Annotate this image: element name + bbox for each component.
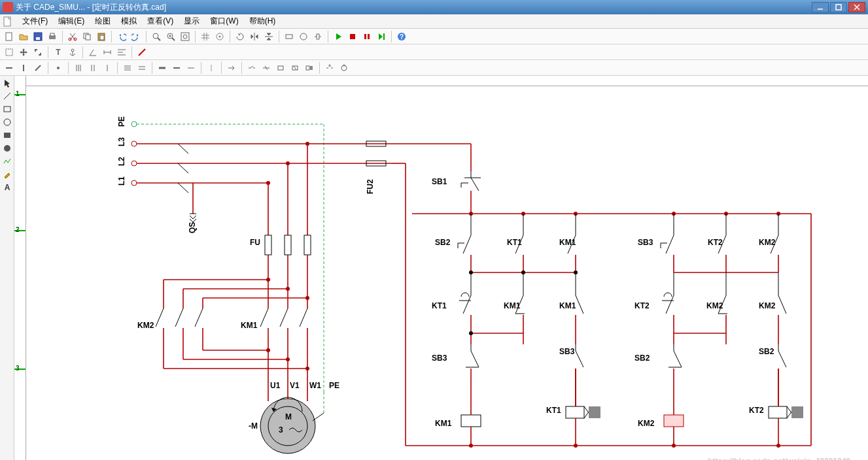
stop-icon[interactable] (346, 30, 359, 43)
pointer-icon[interactable] (1, 77, 13, 89)
component-a-icon[interactable] (283, 30, 296, 43)
zoom-icon[interactable] (150, 30, 163, 43)
sym-med-icon[interactable] (170, 61, 183, 74)
svg-line-124 (260, 308, 268, 327)
menu-edit[interactable]: 编辑(E) (53, 14, 90, 28)
help-icon[interactable]: ? (395, 30, 408, 43)
redo-icon[interactable] (130, 30, 143, 43)
sym-coil-icon[interactable] (274, 61, 287, 74)
pen-icon[interactable] (1, 169, 13, 180)
fillcircle-icon[interactable] (1, 142, 13, 154)
text-icon[interactable]: T (52, 46, 65, 59)
move-icon[interactable] (17, 46, 30, 59)
sym-bars2-icon[interactable] (86, 61, 99, 74)
app-icon (3, 2, 13, 12)
svg-point-93 (131, 161, 137, 166)
select-rect-icon[interactable] (3, 46, 16, 59)
svg-line-206 (463, 295, 471, 314)
svg-rect-15 (100, 35, 104, 40)
text-tool-icon[interactable]: A (1, 182, 13, 193)
mirror-h-icon[interactable] (248, 30, 261, 43)
sym-vline-icon[interactable] (17, 61, 30, 74)
sym-bar3-icon[interactable] (101, 61, 114, 74)
svg-rect-113 (285, 235, 291, 255)
open-icon[interactable] (17, 30, 30, 43)
wire-tool-icon[interactable] (135, 46, 148, 59)
canvas-area[interactable]: PE L3 L2 L1 (26, 76, 868, 460)
svg-line-278 (778, 351, 786, 367)
menu-simulate[interactable]: 模拟 (116, 14, 142, 28)
sym-contact-icon[interactable] (245, 61, 258, 74)
sym-dot-icon[interactable] (52, 61, 65, 74)
svg-point-82 (4, 119, 10, 125)
edit-toolbar: T (0, 44, 868, 60)
schematic-svg: PE L3 L2 L1 (26, 86, 863, 460)
sym-nc-icon[interactable] (260, 61, 273, 74)
play-icon[interactable] (332, 30, 345, 43)
circle-icon[interactable] (1, 116, 13, 128)
scale-icon[interactable] (31, 46, 44, 59)
zoom-in-icon[interactable] (164, 30, 177, 43)
sym-line-icon[interactable] (3, 61, 16, 74)
window-title: 关于 CADe_SIMU... - [定时正反转仿真.cad] (16, 2, 812, 13)
sym-diag-icon[interactable] (31, 61, 44, 74)
sym-extra1-icon[interactable] (205, 61, 218, 74)
close-button[interactable] (848, 2, 865, 12)
svg-point-96 (131, 180, 137, 186)
new-icon[interactable] (3, 30, 16, 43)
snap-icon[interactable] (213, 30, 226, 43)
menu-draw[interactable]: 绘图 (90, 14, 116, 28)
zoom-fit-icon[interactable] (179, 30, 192, 43)
save-icon[interactable] (31, 30, 44, 43)
sym-thick-icon[interactable] (156, 61, 169, 74)
menu-view[interactable]: 查看(V) (142, 14, 179, 28)
sym-pb2-icon[interactable] (338, 61, 351, 74)
sym-relay-icon[interactable] (303, 61, 316, 74)
svg-point-16 (153, 33, 158, 39)
menu-file[interactable]: 文件(F) (17, 14, 53, 28)
svg-text:FU2: FU2 (366, 179, 375, 194)
step-icon[interactable] (375, 30, 388, 43)
menu-display[interactable]: 显示 (179, 14, 205, 28)
svg-text:KM2: KM2 (706, 301, 723, 310)
minimize-button[interactable] (812, 2, 829, 12)
svg-text:KM1: KM1 (435, 419, 452, 428)
svg-text:KM1: KM1 (559, 301, 576, 310)
print-icon[interactable] (46, 30, 59, 43)
svg-rect-229 (461, 415, 481, 427)
sym-timer-icon[interactable] (288, 61, 302, 74)
rect-icon[interactable] (1, 103, 13, 115)
svg-point-90 (131, 141, 137, 146)
svg-line-126 (300, 308, 307, 327)
copy-icon[interactable] (80, 30, 94, 43)
menu-window[interactable]: 窗口(W) (205, 14, 243, 28)
align-icon[interactable] (115, 46, 128, 59)
svg-line-125 (280, 308, 288, 327)
undo-icon[interactable] (115, 30, 128, 43)
rotate-icon[interactable] (234, 30, 247, 43)
sym-bars1-icon[interactable] (72, 61, 85, 74)
pause-icon[interactable] (360, 30, 373, 43)
line-icon[interactable] (1, 90, 13, 102)
anchor-icon[interactable] (66, 46, 79, 59)
maximize-button[interactable] (830, 2, 847, 12)
svg-line-141 (175, 308, 183, 327)
grid-icon[interactable] (199, 30, 212, 43)
sym-hbars-icon[interactable] (121, 61, 134, 74)
sym-arrow-icon[interactable] (225, 61, 238, 74)
sym-hbars2-icon[interactable] (135, 61, 148, 74)
fillrect-icon[interactable] (1, 129, 13, 141)
cut-icon[interactable] (66, 30, 79, 43)
svg-rect-30 (368, 34, 370, 39)
menu-help[interactable]: 帮助(H) (244, 14, 281, 28)
mirror-v-icon[interactable] (262, 30, 275, 43)
svg-text:?: ? (400, 33, 404, 41)
angle-icon[interactable] (86, 46, 99, 59)
sym-pb-icon[interactable] (323, 61, 336, 74)
sym-thin-icon[interactable] (184, 61, 198, 74)
polyline-icon[interactable] (1, 156, 13, 167)
paste-icon[interactable] (95, 30, 108, 43)
dimension-icon[interactable] (101, 46, 114, 59)
component-c-icon[interactable] (311, 30, 324, 43)
component-b-icon[interactable] (297, 30, 310, 43)
